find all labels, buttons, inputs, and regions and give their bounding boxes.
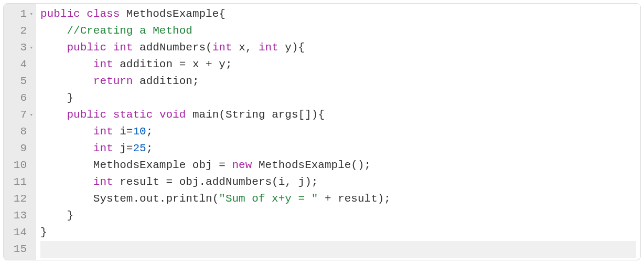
code-token: static [113,109,153,121]
code-line[interactable] [40,241,636,258]
code-token: int [93,58,113,70]
code-token: int [212,41,232,54]
line-number: 15 [9,241,33,258]
code-token: ( [219,109,226,121]
code-token: ( [212,193,219,205]
code-line[interactable]: System.out.println("Sum of x+y = " + res… [40,191,636,207]
code-token [40,75,93,87]
code-token: public [67,41,106,54]
code-token: = [126,125,133,138]
code-token: return [93,75,133,87]
code-token: x [186,58,206,70]
code-token [40,125,93,138]
code-token: int [93,176,113,188]
code-token [133,41,139,54]
line-number: 12 [9,191,33,207]
code-token [40,193,93,205]
code-token: ( [206,41,212,54]
code-line[interactable]: } [40,207,636,224]
code-token: (); [351,159,371,171]
code-token: ; [146,142,153,154]
line-number: 9 [9,140,33,157]
code-token [40,142,93,154]
code-token [40,109,67,121]
line-number-text: 13 [14,209,27,222]
code-token: } [40,226,47,238]
code-token [40,41,67,54]
code-token: j [113,142,126,154]
code-token [120,8,126,20]
code-line[interactable]: int addition = x + y; [40,56,636,73]
code-line[interactable]: int i=10; [40,123,636,140]
code-token [40,25,67,37]
code-token: MethodsExample [252,159,351,171]
code-token: } [67,209,73,222]
code-token: = [126,142,133,154]
code-line[interactable]: public class MethodsExample{ [40,6,636,23]
code-token: ( [272,176,278,188]
code-token: int [93,125,113,138]
code-token: //Creating a Method [67,25,192,37]
line-number: 7▾ [9,107,33,123]
line-number-text: 15 [14,243,27,255]
line-number-text: 9 [20,142,27,154]
code-token: []){ [298,109,325,121]
code-token: ; [226,58,232,70]
code-token: i [113,125,126,138]
code-area[interactable]: public class MethodsExample{ //Creating … [36,4,640,260]
line-number-text: 3 [20,41,27,54]
code-line[interactable]: //Creating a Method [40,23,636,39]
code-token: + [325,193,331,205]
code-line[interactable]: int result = obj.addNumbers(i, j); [40,174,636,191]
code-token: = [179,58,186,70]
code-token: void [159,109,186,121]
code-token: public [40,8,80,20]
code-token: int [113,41,133,54]
code-line[interactable]: int j=25; [40,140,636,157]
code-token: addition [133,75,192,87]
line-number-text: 1 [20,8,27,20]
code-token: } [67,92,73,104]
line-number: 6 [9,90,33,107]
line-number: 13 [9,207,33,224]
code-token: obj.addNumbers [173,176,272,188]
code-token [226,159,232,171]
code-token: ; [192,75,199,87]
line-number-text: 10 [14,159,27,171]
code-token: new [232,159,252,171]
fold-toggle-icon[interactable]: ▾ [28,39,33,56]
code-editor[interactable]: 1▾23▾4567▾89101112131415 public class Me… [3,3,641,260]
fold-toggle-icon[interactable]: ▾ [28,6,33,23]
code-token: i, j [278,176,305,188]
code-line[interactable]: } [40,224,636,241]
line-number: 8 [9,123,33,140]
code-token: x, [232,41,259,54]
code-token: ){ [292,41,305,54]
code-line[interactable]: return addition; [40,73,636,90]
code-line[interactable]: public int addNumbers(int x, int y){ [40,39,636,56]
line-number-text: 11 [14,176,27,188]
line-number-text: 7 [20,109,27,121]
code-token: addition [113,58,179,70]
code-token: int [259,41,278,54]
code-line[interactable]: public static void main(String args[]){ [40,107,636,123]
code-token [318,193,325,205]
code-token: "Sum of x+y = " [219,193,318,205]
code-token: System.out.println [93,193,212,205]
code-token [106,41,113,54]
fold-toggle-icon[interactable]: ▾ [28,107,33,123]
line-number: 5 [9,73,33,90]
line-number: 1▾ [9,6,33,23]
code-token: = [219,159,226,171]
code-token: MethodsExample obj [93,159,219,171]
line-number: 4 [9,56,33,73]
code-line[interactable]: MethodsExample obj = new MethodsExample(… [40,157,636,174]
code-token: + [206,58,212,70]
line-number-gutter: 1▾23▾4567▾89101112131415 [4,4,36,260]
code-token [106,109,113,121]
line-number: 11 [9,174,33,191]
line-number: 14 [9,224,33,241]
code-token [40,159,93,171]
line-number: 2 [9,23,33,39]
code-line[interactable]: } [40,90,636,107]
